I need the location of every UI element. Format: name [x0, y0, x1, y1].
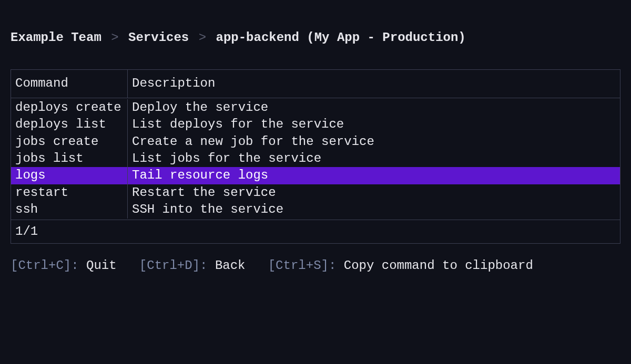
description-cell: List deploys for the service — [128, 116, 620, 133]
description-cell: Create a new job for the service — [128, 133, 620, 150]
command-cell: restart — [11, 184, 128, 201]
command-cell: ssh — [11, 201, 128, 218]
breadcrumb-section[interactable]: Services — [128, 30, 189, 45]
description-cell: Tail resource logs — [128, 167, 620, 184]
command-cell: logs — [11, 167, 128, 184]
description-cell: Restart the service — [128, 184, 620, 201]
table-row[interactable]: jobs listList jobs for the service — [11, 150, 620, 167]
breadcrumb-separator: > — [109, 30, 120, 45]
breadcrumb-service[interactable]: app-backend (My App - Production) — [216, 30, 465, 45]
table-row[interactable]: deploys createDeploy the service — [11, 99, 620, 116]
table-pagination: 1/1 — [11, 220, 620, 243]
hint-label: Copy command to clipboard — [336, 258, 533, 273]
description-cell: SSH into the service — [128, 201, 620, 218]
command-cell: jobs list — [11, 150, 128, 167]
table-row[interactable]: restartRestart the service — [11, 184, 620, 201]
table-row[interactable]: deploys listList deploys for the service — [11, 116, 620, 133]
command-cell: deploys list — [11, 116, 128, 133]
hint-label: Quit — [79, 258, 117, 273]
breadcrumb-team[interactable]: Example Team — [11, 30, 101, 45]
hint-key: [Ctrl+S]: — [268, 258, 337, 273]
description-cell: Deploy the service — [128, 99, 620, 116]
table-row[interactable]: sshSSH into the service — [11, 201, 620, 218]
table-row[interactable]: logsTail resource logs — [11, 167, 620, 184]
description-cell: List jobs for the service — [128, 150, 620, 167]
breadcrumb: Example Team > Services > app-backend (M… — [11, 29, 620, 46]
hint-label: Back — [207, 258, 245, 273]
command-table: Command Description deploys createDeploy… — [11, 69, 620, 244]
breadcrumb-separator: > — [197, 30, 208, 45]
table-body: deploys createDeploy the servicedeploys … — [11, 98, 620, 220]
footer-hints: [Ctrl+C]: Quit [Ctrl+D]: Back [Ctrl+S]: … — [11, 257, 620, 274]
table-row[interactable]: jobs createCreate a new job for the serv… — [11, 133, 620, 150]
hint-key: [Ctrl+C]: — [11, 258, 79, 273]
command-cell: deploys create — [11, 99, 128, 116]
column-header-description: Description — [128, 70, 620, 97]
table-header-row: Command Description — [11, 70, 620, 98]
command-cell: jobs create — [11, 133, 128, 150]
hint-key: [Ctrl+D]: — [139, 258, 208, 273]
column-header-command: Command — [11, 70, 128, 97]
